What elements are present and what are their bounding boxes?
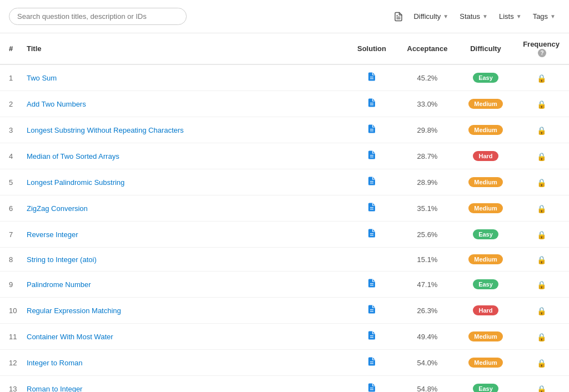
- status-chevron-icon: ▼: [482, 13, 488, 19]
- problem-link[interactable]: Roman to Integer: [27, 385, 82, 392]
- row-num: 11: [0, 324, 22, 350]
- problem-link[interactable]: String to Integer (atoi): [27, 255, 97, 264]
- row-num: 10: [0, 298, 22, 324]
- solution-cell: [347, 248, 397, 272]
- row-difficulty: Medium: [458, 169, 513, 195]
- tags-filter-label: Tags: [533, 12, 548, 21]
- row-title[interactable]: ZigZag Conversion: [22, 195, 347, 222]
- row-acceptance: 25.6%: [397, 222, 458, 248]
- difficulty-badge: Easy: [473, 279, 498, 289]
- row-num: 2: [0, 91, 22, 117]
- solution-doc-icon: [367, 178, 377, 188]
- row-acceptance: 28.9%: [397, 169, 458, 195]
- solution-cell[interactable]: [347, 222, 397, 248]
- solution-cell[interactable]: [347, 298, 397, 324]
- table-row: 10 Regular Expression Matching 26.3% Har…: [0, 298, 569, 324]
- toolbar: Difficulty ▼ Status ▼ Lists ▼ Tags ▼: [0, 0, 569, 33]
- problem-link[interactable]: Longest Substring Without Repeating Char…: [27, 126, 184, 134]
- lock-icon: 🔒: [537, 385, 546, 392]
- solution-cell[interactable]: [347, 64, 397, 91]
- lists-filter-label: Lists: [499, 12, 514, 21]
- row-num: 12: [0, 350, 22, 376]
- table-row: 9 Palindrome Number 47.1% Easy 🔒: [0, 272, 569, 298]
- difficulty-filter-button[interactable]: Difficulty ▼: [409, 9, 453, 23]
- row-title[interactable]: Palindrome Number: [22, 272, 347, 298]
- solution-doc-icon: [367, 230, 377, 240]
- row-title[interactable]: Median of Two Sorted Arrays: [22, 143, 347, 169]
- row-num: 9: [0, 272, 22, 298]
- document-icon-button[interactable]: [390, 9, 407, 24]
- col-header-num: #: [0, 33, 22, 64]
- solution-cell[interactable]: [347, 272, 397, 298]
- row-acceptance: 49.4%: [397, 324, 458, 350]
- table-row: 13 Roman to Integer 54.8% Easy 🔒: [0, 376, 569, 392]
- row-title[interactable]: Integer to Roman: [22, 350, 347, 376]
- lock-icon: 🔒: [537, 178, 546, 187]
- tags-filter-button[interactable]: Tags ▼: [528, 9, 560, 23]
- row-title[interactable]: Longest Palindromic Substring: [22, 169, 347, 195]
- row-title[interactable]: Container With Most Water: [22, 324, 347, 350]
- lists-filter-button[interactable]: Lists ▼: [495, 9, 526, 23]
- solution-doc-icon: [367, 333, 377, 342]
- problem-link[interactable]: ZigZag Conversion: [27, 204, 88, 213]
- row-num: 5: [0, 169, 22, 195]
- problem-link[interactable]: Container With Most Water: [27, 333, 113, 341]
- toolbar-filters: Difficulty ▼ Status ▼ Lists ▼ Tags ▼: [390, 9, 560, 24]
- col-header-solution: Solution: [347, 33, 397, 64]
- row-frequency: 🔒: [513, 91, 569, 117]
- row-title[interactable]: Roman to Integer: [22, 376, 347, 392]
- row-num: 8: [0, 248, 22, 272]
- solution-cell[interactable]: [347, 350, 397, 376]
- solution-cell[interactable]: [347, 169, 397, 195]
- solution-doc-icon: [367, 204, 377, 214]
- problem-link[interactable]: Longest Palindromic Substring: [27, 178, 124, 187]
- row-acceptance: 26.3%: [397, 298, 458, 324]
- problem-link[interactable]: Regular Expression Matching: [27, 306, 121, 315]
- row-title[interactable]: String to Integer (atoi): [22, 248, 347, 272]
- solution-cell[interactable]: [347, 324, 397, 350]
- status-filter-button[interactable]: Status ▼: [455, 9, 492, 23]
- solution-cell[interactable]: [347, 195, 397, 222]
- row-difficulty: Medium: [458, 195, 513, 222]
- table-row: 6 ZigZag Conversion 35.1% Medium 🔒: [0, 195, 569, 222]
- row-difficulty: Hard: [458, 298, 513, 324]
- problem-link[interactable]: Palindrome Number: [27, 280, 91, 289]
- search-box[interactable]: [9, 8, 187, 25]
- row-acceptance: 54.8%: [397, 376, 458, 392]
- row-difficulty: Easy: [458, 376, 513, 392]
- row-difficulty: Medium: [458, 324, 513, 350]
- row-title[interactable]: Add Two Numbers: [22, 91, 347, 117]
- solution-cell[interactable]: [347, 91, 397, 117]
- lock-icon: 🔒: [537, 306, 546, 315]
- row-title[interactable]: Two Sum: [22, 64, 347, 91]
- row-acceptance: 54.0%: [397, 350, 458, 376]
- problem-link[interactable]: Add Two Numbers: [27, 100, 86, 108]
- difficulty-badge: Easy: [473, 229, 498, 239]
- row-frequency: 🔒: [513, 376, 569, 392]
- table-row: 5 Longest Palindromic Substring 28.9% Me…: [0, 169, 569, 195]
- row-frequency: 🔒: [513, 350, 569, 376]
- row-difficulty: Medium: [458, 248, 513, 272]
- lock-icon: 🔒: [537, 126, 546, 135]
- search-input[interactable]: [17, 12, 178, 21]
- problem-link[interactable]: Median of Two Sorted Arrays: [27, 152, 119, 160]
- problem-link[interactable]: Reverse Integer: [27, 230, 78, 239]
- solution-cell[interactable]: [347, 117, 397, 143]
- problem-link[interactable]: Integer to Roman: [27, 359, 82, 367]
- row-acceptance: 28.7%: [397, 143, 458, 169]
- table-row: 8 String to Integer (atoi) 15.1% Medium …: [0, 248, 569, 272]
- lock-icon: 🔒: [537, 204, 546, 213]
- row-title[interactable]: Reverse Integer: [22, 222, 347, 248]
- lock-icon: 🔒: [537, 152, 546, 161]
- solution-doc-icon: [367, 359, 377, 368]
- lock-icon: 🔒: [537, 333, 546, 341]
- frequency-help-icon[interactable]: ?: [538, 49, 546, 57]
- row-num: 13: [0, 376, 22, 392]
- row-title[interactable]: Regular Expression Matching: [22, 298, 347, 324]
- problem-link[interactable]: Two Sum: [27, 74, 57, 82]
- solution-cell[interactable]: [347, 143, 397, 169]
- row-title[interactable]: Longest Substring Without Repeating Char…: [22, 117, 347, 143]
- row-difficulty: Easy: [458, 222, 513, 248]
- solution-cell[interactable]: [347, 376, 397, 392]
- row-num: 4: [0, 143, 22, 169]
